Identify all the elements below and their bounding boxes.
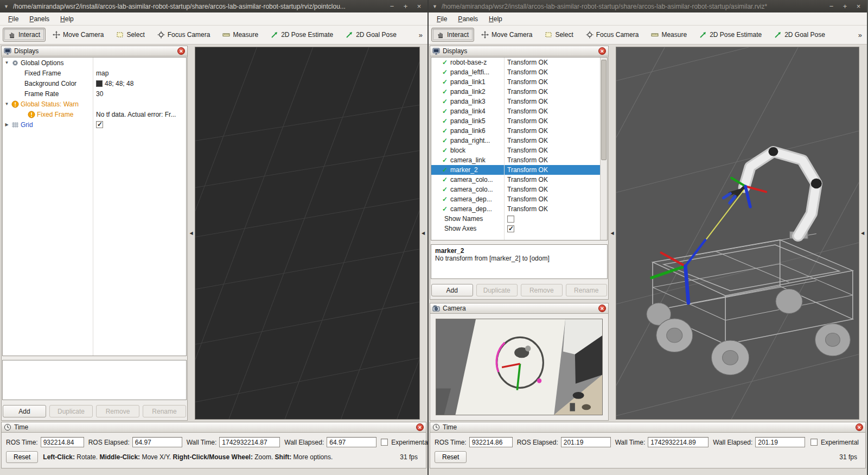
render-view-3d[interactable]: [195, 47, 420, 420]
remove-button[interactable]: Remove: [96, 405, 139, 417]
display-link-row[interactable]: ✓robot-base-zTransform OK: [431, 58, 600, 67]
close-panel-button[interactable]: ×: [856, 423, 863, 431]
close-window-button[interactable]: ×: [414, 2, 424, 11]
displays-panel-header[interactable]: Displays ×: [430, 46, 608, 56]
close-panel-button[interactable]: ×: [598, 305, 606, 312]
add-button[interactable]: Add: [3, 405, 46, 417]
expand-arrow-icon[interactable]: ▶: [4, 122, 10, 127]
right-panel-splitter[interactable]: ◀: [420, 46, 426, 421]
duplicate-button[interactable]: Duplicate: [476, 284, 518, 296]
select-tool-button[interactable]: Select: [539, 28, 578, 42]
property-checkbox[interactable]: [96, 121, 103, 128]
titlebar-left[interactable]: ▼ /home/amirandap/wsr2/install/arcos-lab…: [0, 0, 427, 12]
panel-splitter[interactable]: ◀: [609, 46, 616, 421]
collapse-arrow-icon[interactable]: ▼: [4, 102, 10, 106]
display-link-row[interactable]: ✓camera_colo...Transform OK: [431, 175, 600, 185]
time-field-value[interactable]: 201.19: [561, 437, 611, 447]
focus-camera-tool-button[interactable]: Focus Camera: [580, 28, 644, 42]
right-panel-splitter[interactable]: ◀: [859, 46, 866, 421]
window-resize-edge[interactable]: [0, 468, 427, 475]
menu-item-panels[interactable]: Panels: [453, 14, 483, 24]
time-field-value[interactable]: 201.19: [755, 437, 805, 447]
display-link-row[interactable]: ✓camera_dep...Transform OK: [431, 194, 600, 204]
rename-button[interactable]: Rename: [566, 284, 608, 296]
display-link-row[interactable]: ✓camera_dep...Transform OK: [431, 204, 600, 214]
window-resize-edge[interactable]: [429, 468, 867, 475]
interact-tool-button[interactable]: Interact: [431, 28, 474, 42]
window-menu-icon[interactable]: ▼: [4, 4, 9, 9]
property-row[interactable]: Frame Rate30: [3, 88, 186, 99]
menu-item-help[interactable]: Help: [484, 14, 507, 24]
panel-splitter[interactable]: ◀: [188, 46, 195, 421]
select-tool-button[interactable]: Select: [111, 28, 150, 42]
time-field-value[interactable]: 1742932214.89: [648, 437, 709, 447]
render-view-3d[interactable]: [616, 47, 859, 420]
reset-button[interactable]: Reset: [435, 451, 467, 463]
property-row[interactable]: Background Color48; 48; 48: [3, 78, 186, 88]
toolbar-overflow-button[interactable]: »: [417, 31, 425, 39]
camera-panel-header[interactable]: Camera ×: [430, 303, 608, 314]
duplicate-button[interactable]: Duplicate: [49, 405, 93, 417]
window-menu-icon[interactable]: ▼: [432, 4, 437, 9]
maximize-button[interactable]: +: [401, 2, 410, 11]
toolbar-overflow-button[interactable]: »: [856, 31, 864, 39]
menu-item-file[interactable]: File: [3, 14, 23, 24]
time-field-value[interactable]: 932214.86: [469, 437, 513, 447]
time-field-value[interactable]: 64.97: [132, 437, 182, 447]
titlebar-right[interactable]: ▼ /home/amirandap/wsr2/install/arcos-lab…: [429, 0, 867, 12]
move-camera-tool-button[interactable]: Move Camera: [47, 28, 109, 42]
time-panel-header[interactable]: Time ×: [2, 422, 426, 433]
collapse-arrow-icon[interactable]: ▼: [4, 60, 10, 65]
close-panel-button[interactable]: ×: [177, 47, 185, 55]
display-link-row[interactable]: ✓panda_link4Transform OK: [431, 106, 600, 116]
property-row[interactable]: ▼Global Status: Warn: [3, 99, 186, 109]
display-link-row[interactable]: ✓camera_linkTransform OK: [431, 155, 600, 165]
experimental-checkbox[interactable]: [810, 439, 818, 446]
minimize-button[interactable]: −: [387, 2, 397, 11]
property-row[interactable]: ▶Grid: [3, 119, 186, 130]
2d-pose-estimate-tool-button[interactable]: 2D Pose Estimate: [265, 28, 339, 42]
time-field-value[interactable]: 932214.84: [41, 437, 84, 447]
display-option-row[interactable]: Show Axes: [431, 224, 600, 233]
reset-button[interactable]: Reset: [6, 451, 38, 463]
time-panel-header[interactable]: Time ×: [430, 422, 865, 433]
time-field-value[interactable]: 1742932214.87: [219, 437, 280, 447]
option-checkbox[interactable]: [507, 225, 514, 232]
menu-item-file[interactable]: File: [432, 14, 452, 24]
close-panel-button[interactable]: ×: [598, 47, 606, 55]
measure-tool-button[interactable]: Measure: [646, 28, 692, 42]
close-panel-button[interactable]: ×: [416, 423, 424, 431]
close-window-button[interactable]: ×: [854, 2, 863, 11]
display-option-row[interactable]: Show Names: [431, 214, 600, 224]
2d-pose-estimate-tool-button[interactable]: 2D Pose Estimate: [694, 28, 767, 42]
focus-camera-tool-button[interactable]: Focus Camera: [152, 28, 216, 42]
display-link-row[interactable]: ✓blockTransform OK: [431, 145, 600, 155]
tree-scrollbar[interactable]: [600, 58, 607, 240]
display-link-row[interactable]: ✓panda_right...Transform OK: [431, 136, 600, 145]
interact-tool-button[interactable]: Interact: [3, 28, 46, 42]
display-link-row[interactable]: ✓panda_leftfi...Transform OK: [431, 67, 600, 77]
menu-item-panels[interactable]: Panels: [24, 14, 54, 24]
scrollbar-thumb[interactable]: [601, 60, 607, 160]
display-link-row[interactable]: ✓panda_link1Transform OK: [431, 77, 600, 87]
remove-button[interactable]: Remove: [521, 284, 563, 296]
rename-button[interactable]: Rename: [143, 405, 186, 417]
displays-panel-header[interactable]: Displays ×: [2, 46, 187, 56]
add-button[interactable]: Add: [431, 284, 473, 296]
2d-goal-pose-tool-button[interactable]: 2D Goal Pose: [769, 28, 831, 42]
property-row[interactable]: Fixed FrameNo tf data. Actual error: Fr.…: [3, 109, 186, 119]
experimental-checkbox[interactable]: [381, 439, 388, 446]
time-field-value[interactable]: 64.97: [327, 437, 376, 447]
camera-view[interactable]: [430, 314, 608, 420]
property-row[interactable]: Fixed Framemap: [3, 68, 186, 78]
display-link-row[interactable]: ✓panda_link3Transform OK: [431, 97, 600, 106]
display-link-row[interactable]: ✓marker_2Transform OK: [431, 165, 600, 175]
option-checkbox[interactable]: [507, 216, 514, 223]
menu-item-help[interactable]: Help: [55, 14, 79, 24]
move-camera-tool-button[interactable]: Move Camera: [476, 28, 538, 42]
display-link-row[interactable]: ✓panda_link5Transform OK: [431, 116, 600, 126]
display-link-row[interactable]: ✓panda_link2Transform OK: [431, 87, 600, 97]
maximize-button[interactable]: +: [840, 2, 850, 11]
minimize-button[interactable]: −: [827, 2, 836, 11]
2d-goal-pose-tool-button[interactable]: 2D Goal Pose: [340, 28, 402, 42]
